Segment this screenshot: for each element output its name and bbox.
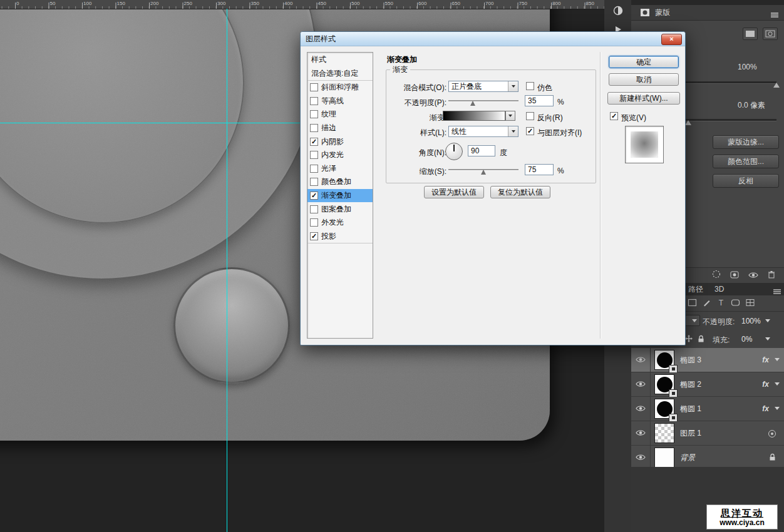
adjustments-panel-icon[interactable] xyxy=(604,3,631,19)
style-item[interactable]: 内发光 xyxy=(307,148,373,162)
scale-slider-thumb[interactable] xyxy=(481,170,486,175)
style-item-checkbox[interactable]: ✓ xyxy=(310,138,318,146)
blending-options-item[interactable]: 混合选项:自定 xyxy=(307,66,373,81)
style-item-checkbox[interactable] xyxy=(310,151,318,159)
style-item[interactable]: 纹理 xyxy=(307,108,373,121)
density-slider[interactable] xyxy=(685,81,776,84)
style-item-checkbox[interactable]: ✓ xyxy=(310,232,318,240)
style-item[interactable]: 颜色叠加 xyxy=(307,175,373,189)
style-item[interactable]: 光泽 xyxy=(307,162,373,176)
opacity-slider[interactable] xyxy=(448,100,518,101)
density-slider-thumb[interactable] xyxy=(773,83,780,88)
reverse-checkbox[interactable] xyxy=(526,112,534,120)
mask-edge-button[interactable]: 蒙版边缘... xyxy=(713,135,779,149)
style-item-checkbox[interactable] xyxy=(310,110,318,118)
panel-menu-icon[interactable] xyxy=(770,9,779,21)
style-item-checkbox[interactable] xyxy=(310,178,318,186)
tab-3D[interactable]: 3D xyxy=(709,284,730,295)
opacity-value[interactable]: 100% xyxy=(741,317,761,325)
text-icon[interactable]: T xyxy=(717,298,725,309)
layer-row[interactable]: 椭圆 1fx xyxy=(631,397,784,421)
style-item[interactable]: 描边 xyxy=(307,121,373,135)
style-item-checkbox[interactable] xyxy=(310,124,318,132)
layer-thumbnail[interactable] xyxy=(654,423,674,443)
layer-row[interactable]: 椭圆 2fx xyxy=(631,372,784,397)
delete-mask-trash-icon[interactable] xyxy=(768,270,775,281)
style-item-checkbox[interactable] xyxy=(310,205,318,213)
style-item-checkbox[interactable] xyxy=(310,165,318,173)
pixel-mask-icon[interactable] xyxy=(743,28,758,40)
angle-dial[interactable] xyxy=(445,143,463,160)
style-item[interactable]: 外发光 xyxy=(307,216,373,230)
visibility-toggle[interactable] xyxy=(631,372,651,396)
opacity-slider-thumb[interactable] xyxy=(470,101,475,106)
gradient-preview[interactable] xyxy=(443,111,505,121)
fx-collapse-arrow[interactable] xyxy=(775,407,780,410)
shape-icon[interactable] xyxy=(731,298,740,309)
blend-mode-dropdown[interactable] xyxy=(684,315,700,326)
reset-default-button[interactable]: 复位为默认值 xyxy=(490,186,550,198)
style-item[interactable]: ✓渐变叠加 xyxy=(307,189,373,203)
dither-checkbox[interactable] xyxy=(526,82,534,90)
styles-header-item[interactable]: 样式 xyxy=(307,53,373,66)
fx-collapse-arrow[interactable] xyxy=(775,358,780,361)
vertical-guide[interactable] xyxy=(227,9,227,532)
fill-value[interactable]: 0% xyxy=(741,335,752,344)
visibility-toggle[interactable] xyxy=(631,348,651,372)
style-item-checkbox[interactable] xyxy=(310,97,318,105)
horizontal-ruler[interactable]: 0501001502002503003504004505005506006507… xyxy=(0,0,604,9)
image-icon[interactable] xyxy=(688,298,697,309)
layer-thumbnail[interactable] xyxy=(654,399,674,419)
angle-input[interactable]: 90 xyxy=(468,145,495,156)
lock-position-icon[interactable] xyxy=(685,335,693,342)
style-item-checkbox[interactable] xyxy=(310,218,318,227)
color-range-button[interactable]: 颜色范围... xyxy=(713,155,779,168)
visibility-toggle[interactable] xyxy=(631,397,651,421)
feather-slider-thumb[interactable] xyxy=(685,120,691,125)
cancel-button[interactable]: 取消 xyxy=(609,73,679,86)
layer-row[interactable]: 图层 1 xyxy=(631,421,784,446)
dialog-titlebar[interactable]: 图层样式 × xyxy=(301,32,685,46)
layer-thumbnail[interactable] xyxy=(654,448,674,468)
style-item[interactable]: 等高线 xyxy=(307,95,373,108)
vector-mask-icon[interactable] xyxy=(763,28,778,40)
masks-panel-header[interactable]: 蒙版 xyxy=(631,5,784,21)
layer-row[interactable]: 椭圆 3fx xyxy=(631,348,784,372)
layer-thumbnail[interactable] xyxy=(654,374,674,394)
style-item[interactable]: 图案叠加 xyxy=(307,202,373,216)
feather-slider[interactable] xyxy=(685,119,776,121)
style-item-checkbox[interactable] xyxy=(310,83,318,91)
fill-dropdown-arrow[interactable] xyxy=(765,337,770,340)
invert-button[interactable]: 反相 xyxy=(713,174,779,188)
close-button[interactable]: × xyxy=(661,34,682,45)
fx-collapse-arrow[interactable] xyxy=(775,382,780,386)
style-item[interactable]: 斜面和浮雕 xyxy=(307,81,373,95)
brush-icon[interactable] xyxy=(703,298,711,309)
style-item-label: 渐变叠加 xyxy=(321,190,351,201)
apply-mask-icon[interactable] xyxy=(730,270,739,281)
align-checkbox[interactable]: ✓ xyxy=(526,127,534,135)
new-style-button[interactable]: 新建样式(W)... xyxy=(607,92,680,105)
style-item-checkbox[interactable]: ✓ xyxy=(310,192,318,200)
opacity-dropdown-arrow[interactable] xyxy=(765,319,770,322)
tab-路径[interactable]: 路径 xyxy=(683,283,709,296)
grid-icon[interactable] xyxy=(746,298,755,309)
style-item[interactable]: ✓投影 xyxy=(307,230,373,244)
disable-mask-eye-icon[interactable] xyxy=(748,270,758,281)
ok-button[interactable]: 确定 xyxy=(609,56,679,68)
style-item[interactable]: ✓内阴影 xyxy=(307,135,373,148)
gradient-style-select[interactable]: 线性 xyxy=(448,126,518,137)
visibility-toggle[interactable] xyxy=(631,446,651,469)
preview-checkbox[interactable]: ✓ xyxy=(610,112,618,120)
scale-input[interactable]: 75 xyxy=(525,164,554,175)
make-default-button[interactable]: 设置为默认值 xyxy=(424,186,484,198)
eye-icon xyxy=(636,427,646,439)
visibility-toggle[interactable] xyxy=(631,421,651,445)
layer-thumbnail[interactable] xyxy=(654,350,674,370)
load-selection-icon[interactable] xyxy=(712,270,721,281)
opacity-input[interactable]: 35 xyxy=(525,95,554,106)
lock-all-icon[interactable] xyxy=(698,335,704,343)
layer-name: 椭圆 3 xyxy=(680,355,701,366)
gradient-picker-arrow[interactable] xyxy=(505,111,515,121)
blend-mode-select[interactable]: 正片叠底 xyxy=(448,81,518,92)
